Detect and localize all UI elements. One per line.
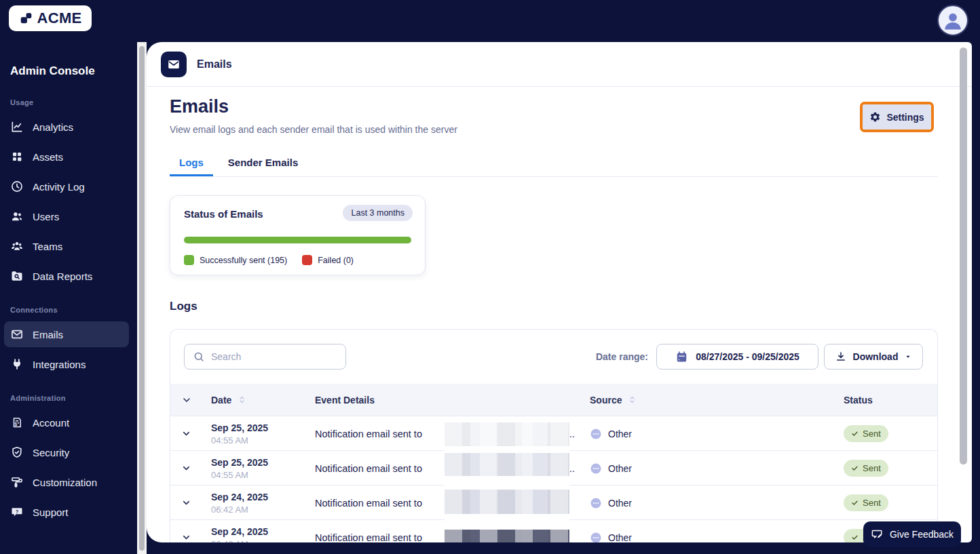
sidebar-item-label: Teams <box>33 241 62 252</box>
sidebar-scrollbar[interactable] <box>137 42 147 554</box>
status-cell: Sent <box>844 486 888 520</box>
date-cell: Sep 24, 2025 06:42 AM <box>211 486 268 520</box>
column-header-source[interactable]: Source <box>590 384 637 416</box>
sidebar-item-label: Activity Log <box>33 181 85 193</box>
column-label: Source <box>590 395 622 405</box>
details-ellipsis: .. <box>569 451 575 486</box>
svg-text:$: $ <box>14 422 17 427</box>
chevron-down-icon <box>181 395 192 405</box>
sidebar-item-analytics[interactable]: Analytics <box>0 112 137 142</box>
check-icon <box>851 464 859 472</box>
status-badge-sent: Sent <box>844 494 888 511</box>
sort-icon[interactable] <box>237 395 247 405</box>
legend-sent-label: Successfully sent (195) <box>200 256 287 265</box>
row-date: Sep 25, 2025 <box>211 457 268 468</box>
sidebar-item-customization[interactable]: Customization <box>0 467 137 497</box>
date-cell: Sep 25, 2025 04:55 AM <box>211 416 268 451</box>
content-scrollbar-thumb[interactable] <box>960 47 967 464</box>
settings-button[interactable]: Settings <box>863 104 931 130</box>
search-input[interactable] <box>211 351 333 362</box>
row-expand-button[interactable] <box>181 416 191 451</box>
event-details-cell: Notification email sent to <box>315 416 422 451</box>
sidebar: Admin Console Usage Analytics Assets Act… <box>0 41 137 554</box>
sidebar-item-integrations[interactable]: Integrations <box>0 349 137 379</box>
status-badge-sent: Sent <box>844 460 888 477</box>
sidebar-item-label: Customization <box>33 477 97 488</box>
redacted-recipient-overlay <box>445 416 569 542</box>
status-badge-sent: Sent <box>844 425 888 442</box>
sidebar-item-teams[interactable]: Teams <box>0 231 137 261</box>
section-label-connections: Connections <box>10 306 137 314</box>
chevron-down-icon <box>181 429 191 439</box>
download-label: Download <box>853 351 899 362</box>
calendar-icon <box>675 351 688 363</box>
sidebar-item-users[interactable]: Users <box>0 201 137 231</box>
sidebar-scrollbar-thumb[interactable] <box>139 46 145 551</box>
gear-icon <box>869 111 881 123</box>
tab-logs[interactable]: Logs <box>170 152 213 176</box>
column-header-date[interactable]: Date <box>211 384 247 416</box>
sidebar-item-assets[interactable]: Assets <box>0 142 137 172</box>
row-date: Sep 24, 2025 <box>211 526 268 537</box>
sidebar-item-label: Analytics <box>33 121 73 133</box>
source-label: Other <box>608 463 632 474</box>
source-label: Other <box>608 498 632 509</box>
redacted-block <box>445 530 569 542</box>
chevron-down-icon <box>181 498 191 508</box>
sidebar-item-account[interactable]: $ Account <box>0 408 137 437</box>
activity-log-icon <box>10 180 24 193</box>
give-feedback-label: Give Feedback <box>890 529 954 540</box>
svg-text:?: ? <box>16 509 19 515</box>
status-period-badge: Last 3 months <box>343 205 413 221</box>
give-feedback-button[interactable]: Give Feedback <box>863 521 961 547</box>
settings-highlight-box: Settings <box>860 102 934 132</box>
row-time: 06:42 AM <box>211 539 248 543</box>
sidebar-item-label: Users <box>33 211 59 222</box>
filter-controls: Date range: 08/27/2025 - 09/25/2025 Down… <box>596 344 923 370</box>
row-expand-button[interactable] <box>181 486 191 520</box>
source-cell: Other <box>590 416 632 451</box>
sidebar-item-emails[interactable]: Emails <box>0 319 137 349</box>
row-expand-button[interactable] <box>181 520 191 542</box>
source-cell: Other <box>590 486 632 520</box>
row-expand-button[interactable] <box>181 451 191 486</box>
status-cell: Sent <box>844 451 888 486</box>
sort-icon[interactable] <box>627 395 637 405</box>
sidebar-item-data-reports[interactable]: Data Reports <box>0 261 137 291</box>
download-button[interactable]: Download <box>824 344 923 370</box>
status-cell: Sent <box>844 416 888 451</box>
tab-sender-emails[interactable]: Sender Emails <box>219 152 307 176</box>
page-title: Emails <box>170 96 229 117</box>
app-window: ACME Admin Console Usage Analytics Asset… <box>0 0 980 554</box>
chevron-down-icon <box>181 463 191 473</box>
redacted-block <box>445 453 569 476</box>
mail-icon <box>161 52 187 77</box>
row-date: Sep 24, 2025 <box>211 492 268 502</box>
customization-icon <box>10 475 24 489</box>
acme-logo: ACME <box>9 5 92 31</box>
main-content-card: Emails Emails View email logs and each s… <box>147 42 972 542</box>
sidebar-item-security[interactable]: Security <box>0 437 137 467</box>
sidebar-item-activity-log[interactable]: Activity Log <box>0 172 137 201</box>
legend-item-failed: Failed (0) <box>302 255 354 265</box>
column-label: Status <box>844 395 873 405</box>
date-range-picker[interactable]: 08/27/2025 - 09/25/2025 <box>656 344 818 370</box>
date-range-label: Date range: <box>596 351 648 362</box>
security-icon <box>10 446 24 459</box>
feedback-chat-pencil-icon <box>871 528 884 541</box>
user-avatar[interactable] <box>937 5 968 36</box>
status-progress-bar <box>184 237 411 243</box>
expand-all-toggle[interactable] <box>181 384 192 416</box>
content-header-title: Emails <box>197 58 232 71</box>
date-cell: Sep 24, 2025 06:42 AM <box>211 520 268 542</box>
search-box[interactable] <box>184 344 346 370</box>
table-header: Date Event Details Source Status <box>170 384 937 416</box>
redacted-block <box>445 490 569 514</box>
date-cell: Sep 25, 2025 04:55 AM <box>211 451 268 486</box>
check-icon <box>851 499 859 507</box>
download-icon <box>835 351 847 363</box>
sidebar-item-support[interactable]: ? Support <box>0 497 137 527</box>
status-legend: Successfully sent (195) Failed (0) <box>184 255 354 265</box>
page-subtitle: View email logs and each sender email th… <box>170 124 457 135</box>
sidebar-item-label: Account <box>33 417 69 429</box>
